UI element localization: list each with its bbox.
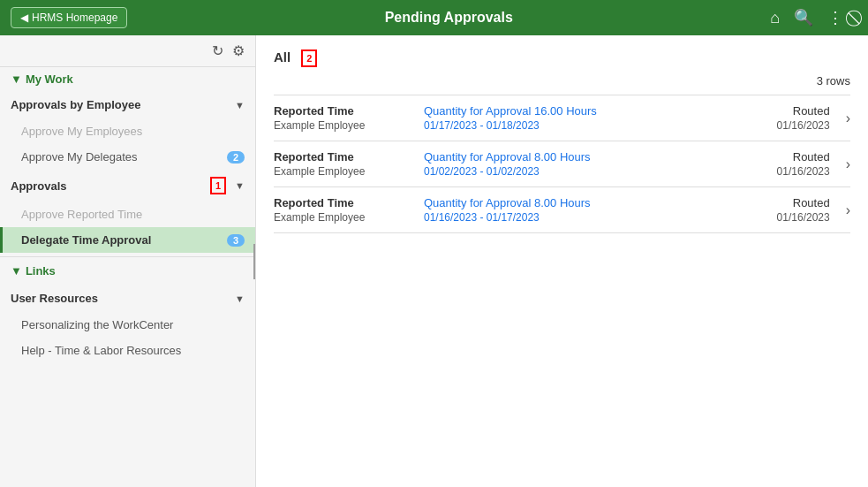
sidebar-item-help-time-labor[interactable]: Help - Time & Labor Resources [0,338,255,363]
header-icons: ⌂ 🔍 ⋮ ⃠ [770,8,857,27]
sidebar-item-approve-reported-time[interactable]: Approve Reported Time [0,202,255,227]
my-work-section-header[interactable]: ▼ My Work [0,67,255,91]
approvals-label: Approvals [11,179,67,193]
row-1-employee: Example Employee [274,119,415,132]
approve-reported-time-label: Approve Reported Time [21,208,142,221]
row-3-details-col: Quantity for Approval 8.00 Hours 01/16/2… [424,196,733,224]
all-label: All [274,49,291,65]
back-button[interactable]: ◀ HRMS Homepage [11,7,127,28]
approvals-arrow-icon: ▼ [235,180,245,191]
row-1-status-col: Routed 01/16/2023 [742,104,830,132]
links-arrow-icon: ▼ [11,264,22,278]
row-3-label-col: Reported Time Example Employee [274,196,415,224]
approvals-section-header[interactable]: Approvals 1 ▼ [0,170,255,202]
sidebar-item-approve-my-employees[interactable]: Approve My Employees [0,118,255,144]
rows-count: 3 rows [274,74,850,88]
my-work-label: My Work [26,72,73,86]
row-1-dates: 01/17/2023 - 01/18/2023 [424,119,733,132]
sidebar-item-delegate-time-approval[interactable]: Delegate Time Approval 3 [0,227,255,253]
delegate-time-approval-badge: 3 [227,234,245,247]
user-resources-header[interactable]: User Resources ▼ [0,285,255,312]
main-content: All 2 3 rows Reported Time Example Emplo… [256,35,868,487]
back-arrow-icon: ◀ [20,11,28,24]
row-2-details-col: Quantity for Approval 8.00 Hours 01/02/2… [424,150,733,178]
settings-icon[interactable]: ⚙ [232,42,245,59]
approve-my-employees-label: Approve My Employees [21,125,142,138]
annotation-2: 2 [301,49,317,67]
sidebar: ↻ ⚙ ▼ My Work Approvals by Employee ▼ Ap… [0,35,256,487]
user-resources-label: User Resources [11,292,98,305]
row-2-label-col: Reported Time Example Employee [274,150,415,178]
sidebar-collapse-button[interactable]: ‖ [253,244,256,279]
row-3-quantity: Quantity for Approval 8.00 Hours [424,196,733,209]
table-row[interactable]: Reported Time Example Employee Quantity … [274,95,850,141]
row-1-type: Reported Time [274,104,415,118]
approvals-by-employee-arrow-icon: ▼ [235,100,245,110]
links-section-header[interactable]: ▼ Links [0,256,255,285]
back-label: HRMS Homepage [32,11,117,24]
row-2-type: Reported Time [274,150,415,164]
top-header: ◀ HRMS Homepage Pending Approvals ⌂ 🔍 ⋮ … [0,0,868,35]
user-resources-arrow-icon: ▼ [235,293,245,304]
row-3-status-col: Routed 01/16/2023 [742,196,830,224]
row-1-quantity: Quantity for Approval 16.00 Hours [424,104,733,118]
personalizing-workcenter-label: Personalizing the WorkCenter [21,318,173,331]
table-row[interactable]: Reported Time Example Employee Quantity … [274,186,850,233]
annotation-1: 1 [210,177,226,194]
approvals-by-employee-header[interactable]: Approvals by Employee ▼ [0,91,255,118]
row-3-employee: Example Employee [274,211,415,224]
page-title: Pending Approvals [127,10,770,26]
row-2-quantity: Quantity for Approval 8.00 Hours [424,150,733,164]
layout: ↻ ⚙ ▼ My Work Approvals by Employee ▼ Ap… [0,35,868,487]
sidebar-item-personalizing-workcenter[interactable]: Personalizing the WorkCenter [0,312,255,338]
my-work-arrow-icon: ▼ [11,72,22,86]
row-1-details-col: Quantity for Approval 16.00 Hours 01/17/… [424,104,733,132]
help-time-labor-label: Help - Time & Labor Resources [21,344,181,357]
row-3-chevron-right-icon[interactable]: › [846,202,850,218]
row-3-dates: 01/16/2023 - 01/17/2023 [424,211,733,224]
table-row[interactable]: Reported Time Example Employee Quantity … [274,141,850,186]
links-label: Links [26,264,56,278]
row-1-chevron-right-icon[interactable]: › [846,110,850,126]
refresh-icon[interactable]: ↻ [212,42,223,59]
row-2-status: Routed [742,150,830,164]
home-icon[interactable]: ⌂ [770,9,780,27]
row-2-dates: 01/02/2023 - 01/02/2023 [424,165,733,178]
more-icon[interactable]: ⋮ [827,8,843,27]
approvals-by-employee-label: Approvals by Employee [11,98,140,111]
main-section-title: All 2 [274,49,850,67]
row-3-status-date: 01/16/2023 [742,211,830,224]
row-2-status-date: 01/16/2023 [742,165,830,178]
approve-my-delegates-label: Approve My Delegates [21,150,138,164]
row-2-chevron-right-icon[interactable]: › [846,156,850,172]
row-3-status: Routed [742,196,830,209]
row-1-status-date: 01/16/2023 [742,119,830,132]
row-3-type: Reported Time [274,196,415,209]
row-1-label-col: Reported Time Example Employee [274,104,415,132]
approve-my-delegates-badge: 2 [227,151,245,164]
row-2-status-col: Routed 01/16/2023 [742,150,830,178]
sidebar-top-toolbar: ↻ ⚙ [0,35,255,67]
search-icon[interactable]: 🔍 [794,8,813,27]
delegate-time-approval-label: Delegate Time Approval [21,233,151,247]
sidebar-item-approve-my-delegates[interactable]: Approve My Delegates 2 [0,144,255,170]
row-2-employee: Example Employee [274,165,415,178]
row-1-status: Routed [742,104,830,118]
